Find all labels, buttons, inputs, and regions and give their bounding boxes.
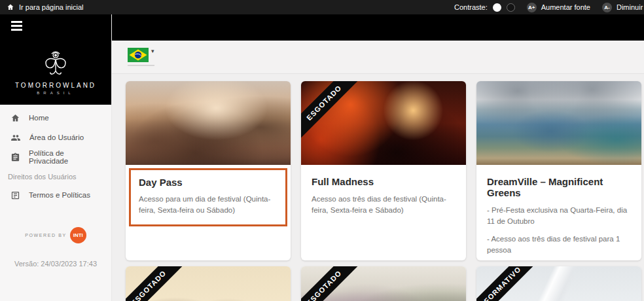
menu-toggle-button[interactable] [11,21,22,33]
day-pass-image [126,81,291,165]
increase-font-label: Aumentar fonte [541,3,590,11]
powered-by-label: POWERED BY [25,233,66,238]
users-icon [10,133,21,143]
sidebar-menu: Home Área do Usuário Política de Privaci… [0,105,111,205]
card-body: DreamVille – Magnificent Greens - Pré-Fe… [476,165,641,260]
card-body: Full Madness Acesso aos três dias de fes… [301,165,466,217]
inti-logo: INTI [70,227,86,243]
sold-out-ribbon: ESGOTADO [126,266,191,301]
caret-down-icon: ▾ [151,48,154,54]
clipboard-icon [10,152,20,162]
terms-icon [10,190,20,200]
powered-by-block: POWERED BY INTI [0,227,111,243]
sidebar-item-terms[interactable]: Termos e Políticas [0,185,111,205]
version-label: Versão: 24/03/2023 17:43 [0,260,111,268]
card-dreamville[interactable]: DreamVille – Magnificent Greens - Pré-Fe… [476,81,641,260]
language-dropdown[interactable]: ▾ [128,48,154,66]
go-home-link[interactable]: Ir para página inicial [7,0,83,14]
app-window: Ir para página inicial Contraste: A+ Aum… [0,0,644,301]
home-icon [7,3,14,11]
sidebar-item-label: Termos e Políticas [29,191,90,199]
card-title: Day Pass [139,177,277,188]
contrast-light-toggle[interactable] [493,3,501,12]
card-row2-informative[interactable]: INFORMATIVO [476,266,641,301]
card-description: Acesso aos três dias de festival (Quinta… [312,194,456,217]
increase-font-button[interactable]: A+ Aumentar fonte [527,3,590,12]
card-description-line: - Acesso aos três dias de festival para … [487,234,631,257]
main-content: ▾ Day Pass Acesso para um dia de festiva… [112,14,644,301]
sidebar-logo-block: TOMORROWLAND BRASIL [0,14,111,105]
full-madness-image: ESGOTADO [301,81,466,165]
dreamville-image [476,81,641,165]
sidebar-item-label: Política de Privacidade [29,149,101,165]
decrease-font-icon: A- [602,3,612,12]
card-full-madness[interactable]: ESGOTADO Full Madness Acesso aos três di… [301,81,466,260]
home-icon [10,113,20,123]
sold-out-ribbon: ESGOTADO [301,266,367,301]
tents-image: ESGOTADO [301,266,466,301]
language-toolbar: ▾ [112,41,644,74]
card-day-pass[interactable]: Day Pass Acesso para um dia de festival … [126,81,291,260]
go-home-label: Ir para página inicial [19,3,83,11]
tomorrowland-emblem-icon [41,48,71,77]
increase-font-icon: A+ [527,3,537,12]
decrease-font-label: Diminuir fonte [617,3,644,11]
tomorrowland-logo: TOMORROWLAND BRASIL [0,48,111,95]
sidebar-item-home[interactable]: Home [0,108,111,128]
sidebar-item-user-area[interactable]: Área do Usuário [0,128,111,147]
contrast-dark-toggle[interactable] [507,3,515,12]
logo-title: TOMORROWLAND [0,82,111,89]
sold-out-ribbon: ESGOTADO [301,81,367,145]
sidebar-item-label: Home [29,114,49,122]
logo-subtitle: BRASIL [0,91,111,95]
card-row2-sold-out-1[interactable]: ESGOTADO [126,266,291,301]
accessibility-controls: Contraste: A+ Aumentar fonte A- Diminuir… [454,0,644,14]
brazil-flag-icon [128,48,149,62]
card-title: Full Madness [312,176,456,187]
day-pass-highlight-box: Day Pass Acesso para um dia de festival … [129,168,287,226]
informative-ribbon: INFORMATIVO [476,266,542,301]
card-title: DreamVille – Magnificent Greens [487,176,631,198]
ticket-card-grid: Day Pass Acesso para um dia de festival … [112,74,644,301]
card-description-line: - Pré-Festa exclusiva na Quarta-Feira, d… [487,205,631,228]
contrast-label: Contraste: [454,3,488,11]
card-description: Acesso para um dia de festival (Quinta-f… [139,194,277,217]
sidebar-item-privacy-policy[interactable]: Política de Privacidade [0,147,111,167]
decrease-font-button[interactable]: A- Diminuir fonte [602,3,644,12]
accessibility-bar: Ir para página inicial Contraste: A+ Aum… [0,0,644,14]
sidebar-section-user-rights: Direitos dos Usuários [0,167,111,185]
header-black-band [112,14,644,41]
sunset-structures-image: ESGOTADO [126,266,291,301]
bridge-image: INFORMATIVO [476,266,641,301]
sidebar: TOMORROWLAND BRASIL Home Área do Usuário… [0,14,112,301]
sidebar-item-label: Área do Usuário [29,133,84,141]
card-row2-sold-out-2[interactable]: ESGOTADO [301,266,466,301]
